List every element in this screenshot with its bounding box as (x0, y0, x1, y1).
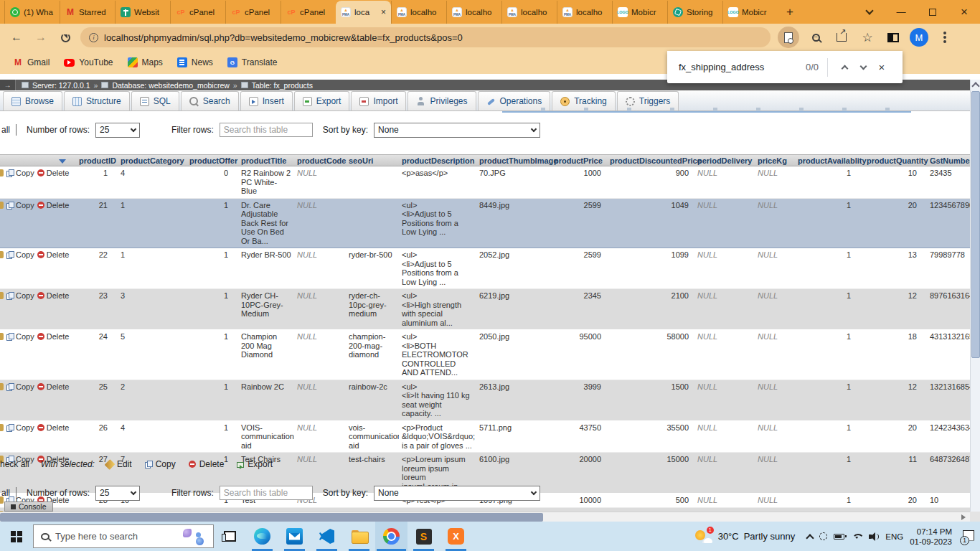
taskbar-app[interactable] (343, 522, 375, 551)
column-header[interactable]: seoUri (346, 155, 399, 166)
taskbar-app[interactable] (375, 522, 407, 551)
maximize-button[interactable] (917, 0, 948, 24)
row-copy-link[interactable]: Copy (6, 291, 34, 301)
tray-icon[interactable] (819, 532, 827, 540)
column-header[interactable]: periodDelivery (694, 155, 755, 166)
row-delete-link[interactable]: Delete (37, 169, 70, 178)
column-header[interactable]: productQuantity (864, 155, 927, 166)
pma-tab[interactable]: Import (351, 91, 406, 110)
column-header[interactable]: productTitle (238, 155, 294, 166)
task-view-button[interactable] (214, 522, 246, 551)
browser-tab[interactable]: cPanel × (225, 1, 281, 24)
weather-widget[interactable]: 1 30°C Partly sunny (694, 528, 796, 545)
find-next-icon[interactable] (854, 58, 872, 77)
share-icon[interactable] (832, 28, 851, 47)
row-copy-link[interactable]: Copy (6, 169, 34, 178)
taskbar-app[interactable] (311, 522, 343, 551)
find-previous-icon[interactable] (835, 58, 854, 77)
horizontal-scrollbar[interactable] (0, 512, 970, 522)
browser-tab[interactable]: localho × (446, 1, 501, 24)
vertical-scrollbar[interactable] (970, 80, 980, 512)
taskbar-app[interactable]: X (440, 522, 472, 551)
row-delete-link[interactable]: Delete (37, 201, 70, 210)
show-all-label[interactable]: all (1, 488, 10, 498)
row-delete-link[interactable]: Delete (37, 382, 70, 392)
bookmark-item[interactable]: Translate (222, 55, 283, 70)
breadcrumb-table[interactable]: Table: fx_products (252, 81, 313, 90)
breadcrumb-database[interactable]: Database: websitedemo_mobicrew (112, 81, 229, 90)
bookmark-item[interactable]: YouTube (58, 55, 118, 70)
horizontal-scroll-thumb[interactable] (0, 513, 543, 522)
browser-tab[interactable]: cPanel × (170, 1, 225, 24)
browser-tab[interactable]: localho × (557, 1, 612, 24)
taskbar-app[interactable]: S (407, 522, 440, 551)
reload-icon[interactable] (56, 28, 75, 47)
pma-tab[interactable]: Structure (64, 91, 130, 110)
vertical-scroll-thumb[interactable] (971, 91, 980, 358)
column-header[interactable]: productID (76, 155, 118, 166)
taskbar-app[interactable] (246, 522, 278, 551)
side-panel-icon[interactable] (884, 28, 903, 47)
browser-tab[interactable]: loca × (336, 1, 391, 24)
browser-tab[interactable]: Websit × (115, 1, 170, 24)
minimize-button[interactable]: — (885, 0, 917, 24)
taskbar-search[interactable]: Type here to search (33, 524, 214, 548)
close-button[interactable]: × (948, 0, 980, 24)
sort-key-select[interactable]: None (374, 123, 540, 138)
browser-tab[interactable]: Starred × (60, 1, 115, 24)
filter-input[interactable]: Search this table (220, 123, 313, 137)
scroll-up-icon[interactable] (971, 80, 980, 90)
column-header[interactable]: productAvailablity (795, 155, 864, 166)
bookmark-item[interactable]: Gmail (7, 55, 55, 70)
forward-icon[interactable]: → (32, 28, 50, 47)
row-delete-link[interactable]: Delete (37, 291, 70, 301)
sort-key-select[interactable]: None (374, 486, 540, 501)
num-rows-select[interactable]: 25 (95, 486, 140, 501)
browser-tab[interactable]: cPanel × (281, 1, 336, 24)
tray-icon[interactable] (806, 534, 814, 542)
browser-tab[interactable]: localho × (391, 1, 446, 24)
row-copy-link[interactable]: Copy (6, 382, 34, 392)
breadcrumb-server[interactable]: Server: 127.0.0.1 (32, 81, 90, 90)
language-indicator[interactable]: ENG (885, 532, 903, 541)
row-delete-link[interactable]: Delete (37, 250, 70, 260)
column-header[interactable]: productOffer (187, 155, 238, 166)
find-input[interactable]: fx_shipping_address (679, 62, 806, 72)
column-header[interactable]: productDiscountedPrice (607, 155, 694, 166)
find-close-icon[interactable]: × (872, 58, 891, 77)
zoom-icon[interactable] (806, 28, 825, 47)
tab-search-icon[interactable] (854, 0, 885, 24)
bookmark-star-icon[interactable]: ☆ (858, 28, 877, 47)
browser-tab[interactable]: (1) Wha × (4, 1, 60, 24)
row-copy-link[interactable]: Copy (6, 423, 34, 433)
browser-tab[interactable]: Mobicr × (612, 1, 667, 24)
pma-tab[interactable]: Export (294, 91, 350, 110)
pma-tab[interactable]: Insert (240, 91, 293, 110)
show-all-label[interactable]: all (1, 125, 10, 135)
with-selected-action[interactable]: Delete (189, 459, 225, 469)
scroll-right-icon[interactable] (961, 514, 969, 520)
console-arrow-icon[interactable]: → (0, 80, 16, 90)
back-icon[interactable]: ← (7, 28, 26, 47)
pma-tab[interactable]: Browse (3, 91, 62, 110)
clock[interactable]: 07:14 PM 01-09-2023 (910, 527, 952, 547)
column-header[interactable]: productDescription (399, 155, 476, 166)
column-header[interactable]: productPrice (551, 155, 607, 166)
bookmark-item[interactable]: News (171, 55, 219, 70)
num-rows-select[interactable]: 25 (95, 123, 140, 138)
find-in-page-icon[interactable] (778, 27, 799, 48)
menu-kebab-icon[interactable] (936, 28, 954, 47)
pma-tab[interactable]: Search (181, 91, 239, 110)
bookmark-item[interactable]: Maps (122, 55, 169, 70)
column-header[interactable]: priceKg (755, 155, 795, 166)
search-highlight-image[interactable] (182, 527, 206, 547)
column-header[interactable]: productCategory (118, 155, 187, 166)
column-header[interactable]: productThumbImage (476, 155, 551, 166)
browser-tab[interactable]: Storing × (667, 1, 722, 24)
options-dropdown-icon[interactable] (59, 159, 66, 164)
browser-tab[interactable]: localho × (501, 1, 557, 24)
browser-tab[interactable]: Mobicr × (722, 1, 778, 24)
row-copy-link[interactable]: Copy (6, 332, 34, 342)
with-selected-action[interactable]: Copy (145, 459, 176, 469)
pma-tab[interactable]: Privileges (407, 91, 476, 110)
